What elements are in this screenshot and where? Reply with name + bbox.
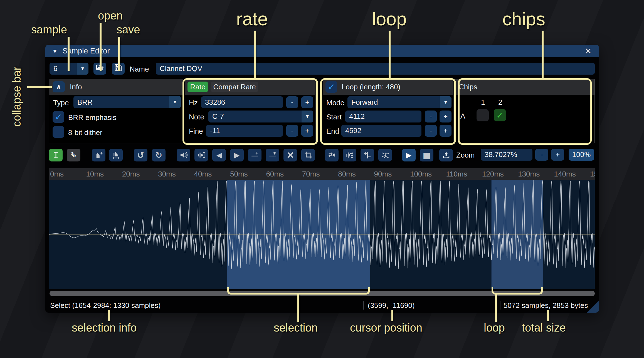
close-icon[interactable]: ✕: [585, 47, 592, 55]
wave-invert-icon: [346, 151, 354, 159]
line-plus-icon: [251, 151, 259, 159]
zoom-input[interactable]: 38.7027%: [481, 149, 532, 161]
annotation-chips: chips: [502, 8, 545, 30]
stop-icon: ■: [423, 150, 430, 160]
time-tick-label: 0ms: [50, 170, 64, 178]
collapse-panel-button[interactable]: ∧: [53, 81, 65, 92]
annotation-line-rate: [254, 31, 256, 78]
apply-silence-button[interactable]: [266, 149, 279, 161]
zoom-out-button[interactable]: -: [535, 149, 548, 161]
annotation-stem-selection: [297, 294, 299, 322]
zoom-in-button[interactable]: +: [551, 149, 564, 161]
time-tick-label: 100ms: [410, 170, 432, 178]
play-button[interactable]: ▶: [402, 149, 416, 161]
time-ruler: 0ms10ms20ms30ms40ms50ms60ms70ms80ms90ms1…: [49, 168, 595, 180]
sign-button[interactable]: [361, 149, 374, 161]
annotation-bracket-selection: [227, 287, 370, 295]
trim-button[interactable]: [301, 149, 315, 161]
annotation-line-open: [100, 23, 102, 71]
undo-button[interactable]: ↺: [134, 149, 147, 161]
undo-icon: ↺: [137, 150, 144, 160]
annotation-sample: sample: [31, 23, 67, 36]
dither-label: 8-bit dither: [68, 128, 102, 137]
stop-button[interactable]: ■: [420, 149, 433, 161]
fade-out-icon: ▶: [234, 151, 240, 159]
status-separator: [363, 301, 364, 310]
window-collapse-icon[interactable]: ▼: [52, 48, 58, 55]
upload-icon: [442, 151, 450, 159]
select-mode-button[interactable]: [49, 149, 63, 161]
crop-icon: [304, 151, 312, 159]
resample-button[interactable]: [109, 149, 123, 161]
annotation-rate: rate: [236, 8, 268, 30]
type-select[interactable]: BRR ▼: [73, 96, 181, 108]
waveform-view[interactable]: [49, 180, 595, 289]
annotation-line-loop: [389, 31, 391, 78]
annotation-selection-info: selection info: [72, 322, 137, 334]
brr-emphasis-label: BRR emphasis: [68, 113, 116, 122]
desktop-background: ▼ Sample Editor ✕ 6 ▼ Name Clarinet DQV …: [0, 0, 644, 358]
info-panel-title: Info: [70, 83, 82, 91]
info-panel-header: ∧ Info: [49, 79, 183, 95]
invert-button[interactable]: [343, 149, 356, 161]
window-titlebar[interactable]: ▼ Sample Editor ✕: [45, 45, 599, 57]
annotation-save: save: [117, 23, 140, 36]
zoom-label: Zoom: [456, 151, 475, 160]
normalize-button[interactable]: [194, 149, 208, 161]
annotation-collapse-bar: collapse bar: [11, 52, 23, 127]
play-icon: ▶: [406, 151, 412, 159]
time-tick-label: 40ms: [194, 170, 212, 178]
waveform-canvas[interactable]: [49, 180, 595, 289]
dither-checkbox[interactable]: ✓: [53, 126, 64, 138]
preview-upload-button[interactable]: [439, 149, 453, 161]
annotation-open: open: [98, 9, 123, 22]
sample-name-input[interactable]: Clarinet DQV: [156, 63, 595, 75]
window-title: Sample Editor: [63, 47, 110, 55]
info-panel: ∧ Info Type BRR ▼ ✓ BRR emphasis ✓ 8-bit…: [49, 79, 183, 143]
annotation-loop: loop: [372, 8, 407, 30]
status-cursor-position: (3599, -11690): [368, 301, 415, 310]
filter-button[interactable]: [378, 149, 392, 161]
time-tick-label: 140ms: [554, 170, 576, 178]
wave-plus-icon: [95, 151, 103, 159]
status-selection-info: Select (1654-2984: 1330 samples): [50, 301, 161, 310]
filter-icon: [381, 151, 389, 159]
time-tick-label: 30ms: [158, 170, 176, 178]
fade-out-button[interactable]: ▶: [230, 149, 244, 161]
resize-button[interactable]: [92, 149, 105, 161]
time-tick-label: 90ms: [374, 170, 392, 178]
wave-stretch-icon: [112, 151, 120, 159]
chevron-down-icon[interactable]: ▼: [169, 96, 181, 108]
annotation-line-collapse-bar: [27, 86, 52, 88]
time-tick-label: 110ms: [446, 170, 467, 178]
annotation-bracket-loop: [492, 287, 543, 295]
delete-button[interactable]: [283, 149, 297, 161]
check-icon: ✓: [55, 113, 62, 121]
brr-emphasis-checkbox[interactable]: ✓: [53, 111, 64, 123]
type-label: Type: [53, 99, 69, 107]
zoom-reset-button[interactable]: 100%: [569, 149, 594, 161]
insert-silence-button[interactable]: [248, 149, 261, 161]
redo-button[interactable]: ↻: [152, 149, 166, 161]
ibeam-icon: [52, 151, 60, 159]
fade-in-button[interactable]: ◀: [212, 149, 226, 161]
line-star-icon: [269, 151, 277, 159]
redo-icon: ↻: [155, 150, 162, 160]
annotation-total-size: total size: [522, 322, 566, 334]
window-resize-grip[interactable]: [587, 300, 599, 313]
chevron-down-icon[interactable]: ▼: [77, 63, 88, 75]
annotation-selection: selection: [274, 322, 318, 334]
amplify-button[interactable]: [177, 149, 190, 161]
time-tick-label: 60ms: [266, 170, 284, 178]
status-separator: [500, 301, 500, 310]
annotation-line-sample: [68, 37, 70, 71]
status-total-size: 5072 samples, 2853 bytes: [504, 301, 588, 310]
annotation-cursor-position: cursor position: [350, 322, 422, 334]
reverse-button[interactable]: [325, 149, 339, 161]
reverse-icon: [328, 151, 336, 159]
sample-slot-value: 6: [50, 63, 77, 75]
delete-icon: [287, 151, 294, 159]
time-tick-label: 150ms: [590, 170, 595, 178]
draw-mode-button[interactable]: ✎: [67, 149, 80, 161]
pencil-icon: ✎: [70, 150, 77, 160]
